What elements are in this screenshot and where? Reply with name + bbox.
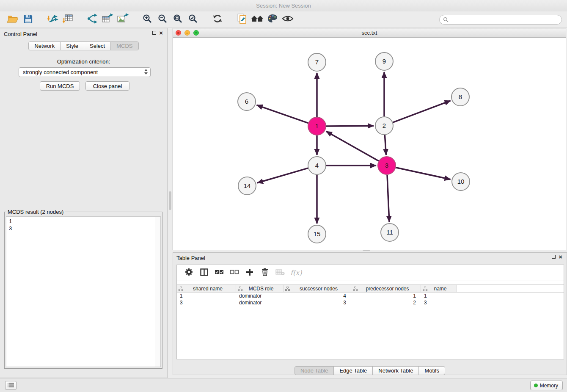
table-cell[interactable]: 1	[177, 293, 236, 299]
svg-text:2: 2	[383, 122, 386, 129]
tab-network[interactable]: Network	[28, 41, 61, 50]
column-header-name[interactable]: name	[421, 285, 457, 292]
table-cell[interactable]: 3	[284, 299, 351, 306]
float-panel-button[interactable]	[152, 31, 156, 35]
columns-icon	[200, 268, 208, 278]
optimization-criterion-dropdown[interactable]: strongly connected component	[19, 67, 151, 77]
table-settings-button[interactable]	[181, 267, 196, 279]
function-builder-button[interactable]: f(x)	[290, 269, 302, 277]
save-session-button[interactable]	[20, 13, 36, 26]
import-network-button[interactable]	[45, 13, 60, 26]
mcds-result-list[interactable]: 1 3	[6, 216, 161, 367]
column-visibility-button[interactable]	[196, 267, 212, 279]
vertical-splitter-handle[interactable]	[169, 191, 171, 210]
network-window[interactable]: × − + scc.txt 7968124314101511	[173, 28, 566, 250]
tab-style[interactable]: Style	[60, 41, 84, 50]
result-scrollbar[interactable]	[155, 217, 160, 367]
graph-edge-1-6[interactable]	[257, 105, 308, 123]
export-network-button[interactable]	[85, 13, 100, 26]
window-minimize-icon[interactable]: −	[184, 30, 190, 36]
window-maximize-icon[interactable]: +	[193, 30, 199, 36]
search-box[interactable]	[439, 15, 562, 25]
import-table-button[interactable]	[60, 13, 75, 26]
svg-text:9: 9	[383, 58, 386, 65]
window-close-icon[interactable]: ×	[176, 30, 181, 36]
graph-node-6[interactable]: 6	[238, 93, 256, 110]
zoom-in-icon	[142, 14, 152, 25]
table-cell[interactable]: 1	[421, 293, 457, 299]
graph-node-4[interactable]: 4	[308, 157, 326, 174]
close-panel-icon-button[interactable]: ×	[159, 31, 163, 35]
memory-button[interactable]: Memory	[530, 381, 563, 390]
home-icon	[251, 14, 264, 25]
graph-edge-4-14[interactable]	[257, 168, 308, 183]
graph-edge-2-3[interactable]	[385, 135, 386, 155]
graph-edge-3-1[interactable]	[326, 131, 379, 161]
window-titlebar[interactable]: Session: New Session	[0, 0, 567, 11]
table-float-panel-button[interactable]	[552, 255, 556, 259]
graph-edge-3-11[interactable]	[387, 175, 389, 222]
tab-mcds[interactable]: MCDS	[110, 41, 138, 50]
graph-node-9[interactable]: 9	[375, 52, 393, 70]
close-panel-button[interactable]: Close panel	[85, 81, 129, 91]
table-row[interactable]: 1dominator411	[177, 293, 564, 299]
table-tab-network-table[interactable]: Network Table	[372, 366, 419, 375]
panel-menu-button[interactable]	[5, 381, 17, 390]
table-tab-motifs[interactable]: Motifs	[418, 366, 445, 375]
select-all-button[interactable]	[212, 267, 227, 279]
network-window-title: scc.txt	[362, 30, 377, 36]
graph-node-1[interactable]: 1	[308, 117, 326, 135]
graph-edge-3-10[interactable]	[396, 168, 451, 179]
network-window-titlebar[interactable]: × − + scc.txt	[173, 28, 566, 38]
table-cell[interactable]: dominator	[236, 299, 284, 306]
table-cell[interactable]: 2	[351, 299, 421, 306]
graph-node-11[interactable]: 11	[381, 224, 399, 241]
table-row[interactable]: 3dominator323	[177, 299, 564, 306]
table-cell[interactable]: 1	[351, 293, 421, 299]
table-tab-node-table[interactable]: Node Table	[295, 366, 334, 375]
column-type-icon	[353, 287, 358, 291]
svg-text:10: 10	[457, 178, 465, 185]
table-cell[interactable]: dominator	[236, 293, 284, 299]
network-graph[interactable]: 7968124314101511	[173, 38, 566, 250]
delete-table-button[interactable]	[272, 267, 288, 279]
table-cell[interactable]: 3	[421, 299, 457, 306]
column-header-predecessor-nodes[interactable]: predecessor nodes	[351, 285, 421, 292]
table-cell[interactable]: 3	[177, 299, 236, 306]
show-hide-button[interactable]	[280, 13, 295, 26]
zoom-in-button[interactable]	[140, 13, 155, 26]
export-table-button[interactable]	[100, 13, 115, 26]
export-image-button[interactable]	[115, 13, 130, 26]
column-header-shared-name[interactable]: shared name	[177, 285, 236, 292]
table-close-panel-button[interactable]: ×	[559, 255, 562, 259]
add-column-button[interactable]	[242, 267, 257, 279]
tab-select[interactable]: Select	[84, 41, 111, 50]
graph-edge-1-2[interactable]	[326, 126, 374, 126]
search-input[interactable]	[451, 16, 558, 23]
graph-node-7[interactable]: 7	[308, 53, 326, 71]
graph-node-2[interactable]: 2	[375, 117, 393, 135]
refresh-layout-button[interactable]	[210, 13, 225, 26]
delete-column-button[interactable]	[257, 267, 272, 279]
import-network-icon	[47, 13, 58, 26]
copy-network-button[interactable]	[234, 13, 250, 26]
deselect-all-button[interactable]	[227, 267, 242, 279]
graph-edge-2-8[interactable]	[393, 101, 451, 122]
column-header-mcds-role[interactable]: MCDS role	[236, 285, 284, 292]
table-tab-edge-table[interactable]: Edge Table	[333, 366, 373, 375]
table-cell[interactable]: 4	[284, 293, 351, 299]
open-file-button[interactable]	[5, 13, 20, 26]
run-mcds-button[interactable]: Run MCDS	[40, 81, 80, 91]
graph-node-8[interactable]: 8	[451, 88, 469, 106]
graph-node-14[interactable]: 14	[238, 177, 256, 195]
zoom-fit-button[interactable]	[170, 13, 185, 26]
network-canvas[interactable]: 7968124314101511	[173, 38, 566, 250]
zoom-selected-button[interactable]	[185, 13, 201, 26]
zoom-out-button[interactable]	[155, 13, 170, 26]
style-button[interactable]	[265, 13, 280, 26]
graph-node-10[interactable]: 10	[452, 173, 470, 190]
graph-node-15[interactable]: 15	[308, 225, 326, 243]
home-button[interactable]	[250, 13, 265, 26]
column-header-successor-nodes[interactable]: successor nodes	[284, 285, 351, 292]
graph-node-3[interactable]: 3	[378, 157, 396, 174]
